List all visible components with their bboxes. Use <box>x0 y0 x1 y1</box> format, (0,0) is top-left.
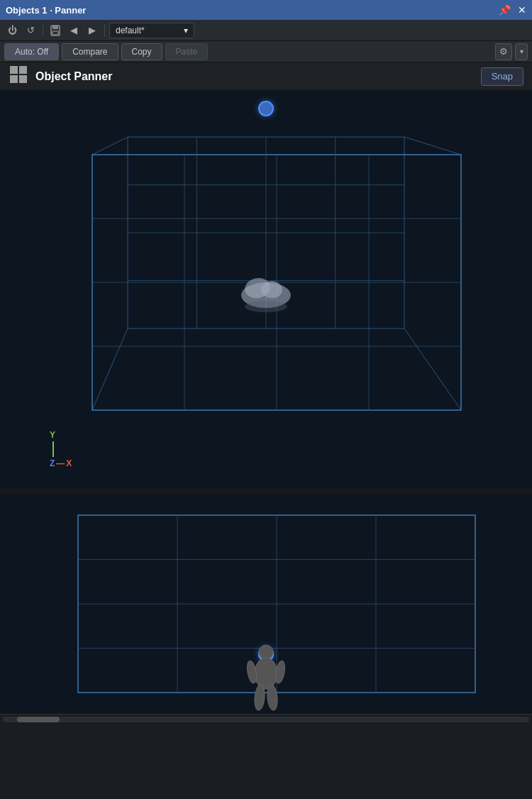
window-title: Objects 1 · Panner <box>6 5 86 16</box>
panner-header: Object Panner Snap <box>0 62 532 91</box>
svg-rect-2 <box>52 31 58 35</box>
viewport-2d[interactable] <box>0 494 532 714</box>
toolbar-row2: Auto: Off Compare Copy Paste ⚙ ▾ <box>0 41 532 62</box>
compare-button[interactable]: Compare <box>62 43 118 60</box>
back-button[interactable]: ◀ <box>66 23 82 38</box>
scroll-track <box>3 717 529 722</box>
svg-point-7 <box>259 645 273 659</box>
axis-dash: — <box>56 458 65 468</box>
panner-icon <box>9 65 28 88</box>
axis-indicator: Y Z — X <box>50 430 72 468</box>
preset-name: default* <box>116 26 145 35</box>
preset-selector[interactable]: default* ▾ <box>109 23 194 38</box>
auto-off-button[interactable]: Auto: Off <box>4 43 59 60</box>
y-axis-label: Y <box>50 430 55 440</box>
svg-point-10 <box>274 660 286 684</box>
z-axis-label: Z <box>50 458 55 468</box>
save-button[interactable] <box>48 23 63 38</box>
position-handle-3d[interactable] <box>258 101 274 116</box>
forward-button[interactable]: ▶ <box>84 23 100 38</box>
svg-point-12 <box>266 684 278 710</box>
svg-rect-4 <box>19 66 27 74</box>
pin-icon[interactable]: 📌 <box>499 4 511 16</box>
copy-button[interactable]: Copy <box>121 43 162 60</box>
close-icon[interactable]: ✕ <box>518 4 526 16</box>
svg-point-11 <box>253 684 265 710</box>
svg-point-8 <box>255 658 277 689</box>
svg-rect-5 <box>10 75 18 83</box>
paste-button[interactable]: Paste <box>165 43 209 60</box>
svg-point-9 <box>245 660 257 684</box>
settings-group: ⚙ ▾ <box>495 43 528 60</box>
svg-rect-1 <box>52 26 58 29</box>
divider2 <box>104 24 105 37</box>
3d-grid-canvas <box>0 91 532 488</box>
y-axis: Y <box>50 430 72 440</box>
preset-dropdown-icon: ▾ <box>184 26 188 35</box>
svg-rect-3 <box>10 66 18 74</box>
panner-title: Object Panner <box>35 70 474 83</box>
scroll-thumb[interactable] <box>17 717 60 722</box>
xz-axis: Z — X <box>50 458 72 468</box>
power-button[interactable]: ⏻ <box>4 23 20 38</box>
settings-dropdown-button[interactable]: ▾ <box>515 43 528 60</box>
scrollbar-area[interactable] <box>0 714 532 724</box>
main-content: Y Z — X <box>0 91 532 714</box>
undo-button[interactable]: ↺ <box>23 23 38 38</box>
window-controls: 📌 ✕ <box>499 4 526 16</box>
svg-rect-6 <box>19 75 27 83</box>
viewport-3d[interactable]: Y Z — X <box>0 91 532 488</box>
snap-button[interactable]: Snap <box>481 67 523 86</box>
x-axis-label: X <box>66 458 72 468</box>
divider <box>43 24 43 37</box>
toolbar-row1: ⏻ ↺ ◀ ▶ default* ▾ <box>0 20 532 41</box>
title-bar: Objects 1 · Panner 📌 ✕ <box>0 0 532 20</box>
settings-button[interactable]: ⚙ <box>495 43 512 60</box>
human-figure <box>241 644 291 714</box>
